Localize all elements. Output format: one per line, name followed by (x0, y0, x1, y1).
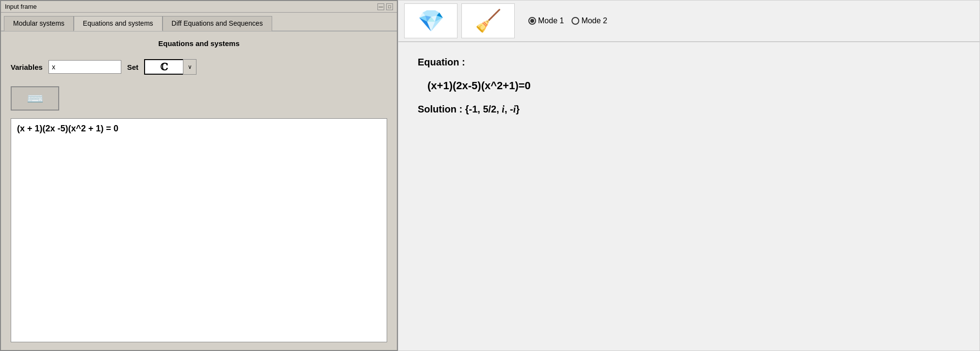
title-bar: Input frame — □ (1, 1, 397, 13)
variables-label: Variables (11, 63, 43, 71)
equation-display: (x+1)(2x-5)(x^2+1)=0 (418, 80, 960, 92)
tab-modular[interactable]: Modular systems (4, 16, 74, 31)
mode2-label: Mode 2 (581, 16, 607, 25)
title-bar-label: Input frame (5, 3, 37, 10)
equation-label: Equation : (418, 57, 960, 68)
keyboard-icon: ⌨️ (27, 91, 44, 107)
maximize-button[interactable]: □ (386, 3, 393, 10)
solution-label: Solution : {-1, 5/2, i, -i} (418, 104, 960, 115)
mode1-label: Mode 1 (538, 16, 564, 25)
tab-diff[interactable]: Diff Equations and Sequences (163, 16, 272, 31)
right-toolbar: 💎 🧹 Mode 1 Mode 2 (398, 0, 980, 42)
set-container: ∨ (144, 59, 196, 75)
right-content: Equation : (x+1)(2x-5)(x^2+1)=0 Solution… (398, 42, 980, 351)
set-input[interactable] (144, 59, 183, 75)
pen-tool-button[interactable]: 💎 (404, 3, 457, 38)
mode1-option[interactable]: Mode 1 (528, 16, 564, 25)
set-dropdown-button[interactable]: ∨ (183, 59, 196, 75)
equation-input-text: (x + 1)(2x -5)(x^2 + 1) = 0 (17, 124, 118, 134)
title-bar-buttons: — □ (377, 3, 393, 10)
panel-content: Equations and systems Variables Set ∨ ⌨️… (1, 32, 397, 350)
mode-group: Mode 1 Mode 2 (528, 16, 607, 25)
minimize-button[interactable]: — (377, 3, 384, 10)
chevron-down-icon: ∨ (188, 64, 192, 70)
right-panel: 💎 🧹 Mode 1 Mode 2 Equation : (x+1)(2x-5)… (398, 0, 980, 351)
tab-equations[interactable]: Equations and systems (74, 16, 163, 31)
equation-input-box[interactable]: (x + 1)(2x -5)(x^2 + 1) = 0 (11, 118, 387, 342)
brush-icon: 🧹 (475, 8, 502, 33)
mode1-radio[interactable] (528, 17, 536, 25)
solution-text: Solution : {-1, 5/2, i, -i} (418, 104, 520, 114)
tabs-bar: Modular systems Equations and systems Di… (1, 13, 397, 32)
left-panel: Input frame — □ Modular systems Equation… (0, 0, 398, 351)
variables-input[interactable] (49, 60, 121, 74)
variables-row: Variables Set ∨ (11, 59, 387, 75)
mode2-radio[interactable] (572, 17, 579, 25)
pen-icon: 💎 (418, 8, 444, 33)
keyboard-button[interactable]: ⌨️ (11, 86, 59, 111)
mode2-option[interactable]: Mode 2 (572, 16, 607, 25)
set-label: Set (127, 63, 138, 71)
panel-title: Equations and systems (11, 39, 387, 48)
brush-tool-button[interactable]: 🧹 (461, 3, 515, 38)
